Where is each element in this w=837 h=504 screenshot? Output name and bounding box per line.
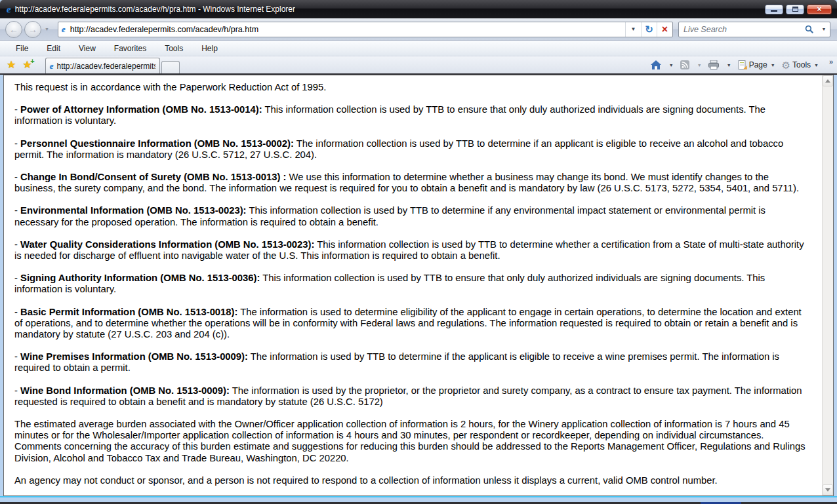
scroll-up-button[interactable] xyxy=(823,75,833,87)
star-icon: ★ xyxy=(7,59,16,70)
stop-button[interactable]: × xyxy=(657,22,672,37)
chevron-down-icon: ▼ xyxy=(630,26,636,32)
plus-icon: + xyxy=(30,58,34,65)
paragraph-burden-estimate: The estimated average burden associated … xyxy=(14,419,811,464)
paragraph-prefix: - xyxy=(14,138,20,149)
arrow-up-icon xyxy=(825,79,830,83)
chevron-down-icon: ▼ xyxy=(771,63,775,68)
minimize-icon xyxy=(771,10,777,12)
forward-button[interactable]: → xyxy=(24,21,41,38)
paragraph-heading: Signing Authority Information (OMB No. 1… xyxy=(20,273,260,283)
chevron-down-icon: ▼ xyxy=(727,63,731,68)
paragraph-heading: Water Quality Considerations Information… xyxy=(20,239,314,250)
new-tab-button[interactable] xyxy=(161,61,180,73)
address-input[interactable]: http://acadev.federalepermits.com/acadev… xyxy=(67,25,625,34)
window-controls: × xyxy=(765,5,833,14)
paragraph-power-of-attorney: - Power of Attorney Information (OMB No.… xyxy=(14,104,811,126)
paragraph-heading: Power of Attorney Information (OMB No. 1… xyxy=(20,104,262,115)
paragraph-heading: Environmental Information (OMB No. 1513-… xyxy=(20,205,247,216)
menu-tools[interactable]: Tools xyxy=(158,42,190,55)
address-dropdown-button[interactable]: ▼ xyxy=(625,22,641,37)
search-box: Live Search ▼ xyxy=(678,22,830,37)
tab-favicon-icon: e xyxy=(50,62,54,70)
chevron-down-icon: ▼ xyxy=(669,63,674,68)
document-content: This request is in accordance with the P… xyxy=(4,75,822,495)
maximize-icon xyxy=(792,7,798,12)
print-dropdown[interactable]: ▼ xyxy=(723,61,734,69)
home-button[interactable] xyxy=(648,58,664,71)
paragraph-text: This request is in accordance with the P… xyxy=(14,82,326,92)
page-menu-button[interactable]: Page ▼ xyxy=(735,58,778,72)
search-go-button[interactable] xyxy=(801,22,818,37)
menu-file[interactable]: File xyxy=(9,42,35,55)
forward-icon: → xyxy=(28,24,37,35)
feeds-dropdown[interactable]: ▼ xyxy=(693,61,704,69)
menu-edit[interactable]: Edit xyxy=(40,42,67,55)
toolbar-overflow-button[interactable]: » xyxy=(829,58,833,66)
printer-icon xyxy=(708,60,719,69)
paragraph-prefix: - xyxy=(14,385,20,396)
paragraph-prefix: - xyxy=(14,307,20,317)
paragraph-prefix: - xyxy=(14,172,20,182)
paragraph-heading: Wine Bond Information (OMB No. 1513-0009… xyxy=(20,385,230,396)
minimize-button[interactable] xyxy=(765,5,783,14)
search-icon xyxy=(805,25,813,33)
recent-pages-dropdown[interactable]: ▼ xyxy=(41,27,52,31)
favorites-center-button[interactable]: ★ xyxy=(7,60,16,70)
vertical-scrollbar[interactable] xyxy=(822,75,833,495)
page-menu-label: Page xyxy=(749,60,767,69)
paragraph-wine-premises: - Wine Premises Information (OMB No. 151… xyxy=(14,351,811,374)
close-button[interactable]: × xyxy=(807,5,832,14)
window-bottom-frame xyxy=(0,496,837,504)
paragraph-prefix: - xyxy=(14,351,20,362)
home-dropdown[interactable]: ▼ xyxy=(665,61,676,69)
feeds-button[interactable] xyxy=(678,58,692,71)
paragraph-text: The estimated average burden associated … xyxy=(14,419,806,463)
paragraph-text: An agency may not conduct or sponsor, an… xyxy=(14,475,718,486)
home-icon xyxy=(651,60,661,69)
paragraph-prefix: - xyxy=(14,239,20,250)
navigation-bar: ← → ▼ e http://acadev.federalepermits.co… xyxy=(0,18,837,41)
tab-label: http://acadev.federalepermits.com/acadev… xyxy=(56,62,155,71)
paragraph-heading: Wine Premises Information (OMB No. 1513-… xyxy=(20,351,248,362)
print-button[interactable] xyxy=(706,58,722,71)
paragraph-heading: Personnel Questionnaire Information (OMB… xyxy=(20,138,294,149)
paragraph-omb-notice: An agency may not conduct or sponsor, an… xyxy=(14,475,811,486)
search-options-dropdown[interactable]: ▼ xyxy=(818,27,830,31)
refresh-button[interactable]: ↻ xyxy=(641,22,657,37)
paragraph-basic-permit: - Basic Permit Information (OMB No. 1513… xyxy=(14,307,811,341)
chevron-down-icon: ▼ xyxy=(821,27,826,31)
maximize-button[interactable] xyxy=(786,5,804,14)
back-button[interactable]: ← xyxy=(5,21,22,38)
tab-bar: ★ ★+ e http://acadev.federalepermits.com… xyxy=(0,56,837,75)
page-viewport: This request is in accordance with the P… xyxy=(3,75,834,496)
menu-bar: File Edit View Favorites Tools Help xyxy=(0,41,837,56)
browser-window: e http://acadev.federalepermits.com/acad… xyxy=(0,0,837,504)
tools-menu-label: Tools xyxy=(792,60,811,69)
menu-favorites[interactable]: Favorites xyxy=(108,42,153,55)
page-icon xyxy=(738,60,747,70)
tab-active[interactable]: e http://acadev.federalepermits.com/acad… xyxy=(45,58,160,73)
add-favorite-button[interactable]: ★+ xyxy=(22,60,31,70)
scroll-down-button[interactable] xyxy=(823,484,833,495)
search-input[interactable]: Live Search xyxy=(679,25,801,34)
arrow-down-icon xyxy=(825,488,830,492)
paragraph-intro: This request is in accordance with the P… xyxy=(14,82,811,93)
refresh-icon: ↻ xyxy=(645,24,653,35)
paragraph-heading: Basic Permit Information (OMB No. 1513-0… xyxy=(20,307,237,317)
back-icon: ← xyxy=(9,24,18,35)
chevron-down-icon: ▼ xyxy=(697,63,702,68)
stop-icon: × xyxy=(662,24,668,35)
paragraph-prefix: - xyxy=(14,205,20,216)
menu-view[interactable]: View xyxy=(72,42,102,55)
paragraph-heading: Change In Bond/Consent of Surety (OMB No… xyxy=(20,172,286,182)
paragraph-wine-bond: - Wine Bond Information (OMB No. 1513-00… xyxy=(14,385,811,408)
window-frame: This request is in accordance with the P… xyxy=(0,75,837,496)
ie-logo-icon: e xyxy=(7,5,11,14)
menu-help[interactable]: Help xyxy=(195,42,224,55)
close-icon: × xyxy=(817,5,821,13)
paragraph-signing-authority: - Signing Authority Information (OMB No.… xyxy=(14,273,811,295)
title-bar[interactable]: e http://acadev.federalepermits.com/acad… xyxy=(0,0,837,18)
rss-feed-icon xyxy=(680,60,689,69)
tools-menu-button[interactable]: ⚙ Tools ▼ xyxy=(779,58,821,72)
